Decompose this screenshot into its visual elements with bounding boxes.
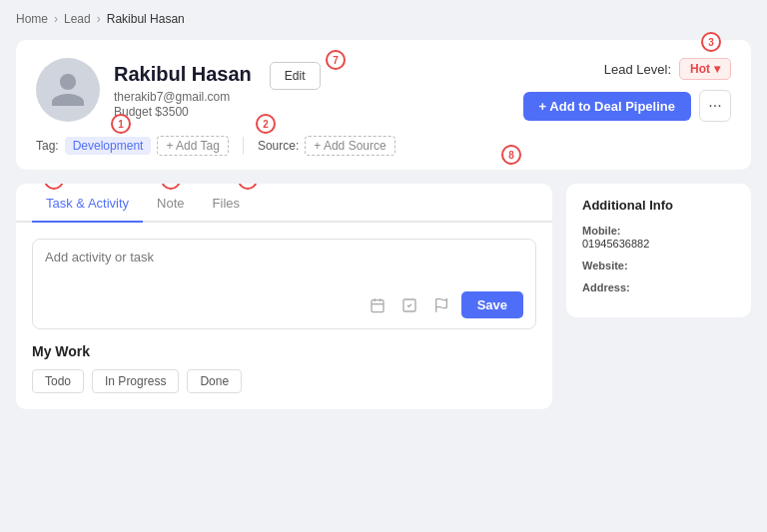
additional-info-title: Additional Info [582, 198, 735, 213]
activity-input-area: Save [32, 239, 536, 329]
tab-content: Save My Work Todo In Progress Done [16, 223, 552, 409]
calendar-icon[interactable] [366, 293, 389, 317]
tab-files[interactable]: Files [199, 184, 254, 223]
divider [243, 137, 244, 155]
flag-icon[interactable] [429, 293, 453, 317]
lead-level-row: Lead Level: Hot ▾ [604, 58, 731, 80]
info-row-mobile: Mobile: 01945636882 [582, 225, 735, 250]
right-panel: Additional Info Mobile: 01945636882 Webs… [566, 184, 751, 409]
my-work-section: My Work Todo In Progress Done [32, 343, 536, 393]
add-source-button[interactable]: + Add Source [305, 136, 394, 156]
breadcrumb-current: Rakibul Hasan [107, 12, 185, 26]
lead-level-badge[interactable]: Hot ▾ [679, 58, 731, 80]
breadcrumb-home[interactable]: Home [16, 12, 48, 26]
source-group: Source: + Add Source [258, 136, 395, 156]
profile-name: Rakibul Hasan [114, 63, 252, 86]
tab-note[interactable]: Note [143, 184, 198, 223]
work-tab-done[interactable]: Done [187, 369, 242, 393]
tag-label: Tag: [36, 139, 59, 153]
work-tabs: Todo In Progress Done [32, 369, 536, 393]
activity-input[interactable] [45, 250, 523, 279]
svg-rect-0 [372, 299, 384, 311]
save-button[interactable]: Save [461, 291, 523, 318]
info-row-address: Address: [582, 281, 735, 293]
more-options-button[interactable]: ··· [699, 90, 731, 122]
breadcrumb-sep-1: › [54, 12, 58, 26]
breadcrumb: Home › Lead › Rakibul Hasan [16, 12, 751, 26]
add-deal-button[interactable]: + Add to Deal Pipeline [523, 92, 691, 121]
add-tag-button[interactable]: + Add Tag [157, 136, 229, 156]
tag-chip-development[interactable]: Development [65, 137, 152, 155]
work-tab-inprogress[interactable]: In Progress [92, 369, 179, 393]
my-work-title: My Work [32, 343, 536, 359]
profile-top: Rakibul Hasan Edit therakib7@gmail.com B… [36, 58, 731, 122]
tabs-card: 4 5 6 Task & Activity Note Files [16, 184, 552, 409]
info-key-website: Website: [582, 260, 735, 271]
tab-task-activity[interactable]: Task & Activity [32, 184, 143, 223]
edit-button[interactable]: Edit [270, 62, 321, 90]
lead-level-value: Hot [690, 62, 710, 76]
left-panel: 4 5 6 Task & Activity Note Files [16, 184, 552, 409]
tags-row: 1 2 Tag: Development + Add Tag Source: +… [36, 136, 731, 156]
action-row: + Add to Deal Pipeline ··· [523, 90, 731, 122]
profile-right: Lead Level: Hot ▾ + Add to Deal Pipeline… [523, 58, 731, 122]
lead-level-label: Lead Level: [604, 62, 671, 77]
info-key-mobile: Mobile: [582, 225, 735, 237]
profile-left: Rakibul Hasan Edit therakib7@gmail.com B… [36, 58, 321, 122]
task-icon[interactable] [397, 293, 421, 317]
source-label: Source: [258, 139, 299, 153]
info-value-mobile: 01945636882 [582, 238, 735, 250]
profile-email: therakib7@gmail.com [114, 90, 321, 104]
profile-info: Rakibul Hasan Edit therakib7@gmail.com B… [114, 62, 321, 119]
tag-group: Tag: Development + Add Tag [36, 136, 229, 156]
tabs-header: 4 5 6 Task & Activity Note Files [16, 184, 552, 223]
profile-budget: Budget $3500 [114, 105, 321, 119]
chevron-down-icon: ▾ [714, 62, 720, 76]
work-tab-todo[interactable]: Todo [32, 369, 84, 393]
info-row-website: Website: [582, 260, 735, 271]
activity-toolbar: Save [45, 291, 523, 318]
person-icon [48, 70, 88, 110]
info-key-address: Address: [582, 281, 735, 293]
breadcrumb-sep-2: › [97, 12, 101, 26]
additional-info-card: Additional Info Mobile: 01945636882 Webs… [566, 184, 751, 317]
avatar [36, 58, 100, 122]
breadcrumb-lead[interactable]: Lead [64, 12, 91, 26]
main-layout: 4 5 6 Task & Activity Note Files [16, 184, 751, 409]
profile-card: 7 3 8 Rakibul Hasan Edit therakib7@gmail… [16, 40, 751, 170]
